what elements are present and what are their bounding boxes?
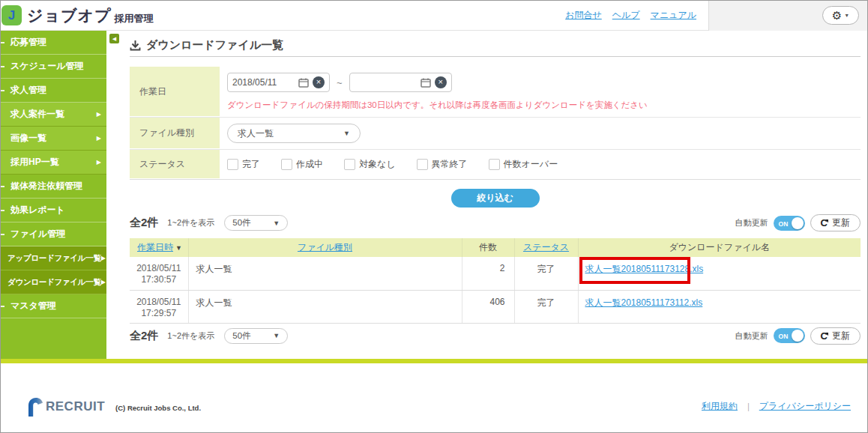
- sidebar-item-job-management[interactable]: 求人管理: [1, 79, 106, 103]
- column-header-type: ファイル種別: [188, 238, 462, 257]
- download-file-link[interactable]: 求人一覧20180511173128.xls: [585, 264, 704, 274]
- total-count: 全2件: [130, 216, 158, 230]
- sidebar-item-label: マスタ管理: [10, 300, 56, 312]
- sidebar-item-label: 求人案件一覧: [10, 108, 64, 121]
- collapse-arrow-icon: ◀: [112, 36, 116, 42]
- per-page-select[interactable]: 50件 ▼: [224, 328, 288, 344]
- sidebar-item-master-management[interactable]: マスタ管理: [1, 294, 106, 318]
- date-range-separator: ~: [337, 77, 343, 88]
- filter-submit-button[interactable]: 絞り込む: [451, 189, 540, 208]
- privacy-policy-link[interactable]: プライバシーポリシー: [759, 400, 851, 413]
- calendar-icon[interactable]: [298, 78, 309, 88]
- table-row: 2018/05/1117:29:57 求人一覧 406 完了 求人一覧20180…: [130, 290, 861, 323]
- download-file-link[interactable]: 求人一覧20180511173112.xls: [585, 297, 703, 308]
- sort-date-link[interactable]: 作業日時: [137, 242, 173, 252]
- status-option-creating[interactable]: 作成中: [281, 158, 323, 171]
- work-date-label: 作業日: [130, 67, 220, 117]
- status-option-no-target[interactable]: 対象なし: [344, 158, 396, 171]
- manual-link[interactable]: マニュアル: [651, 9, 696, 22]
- date-to-input[interactable]: ×: [349, 73, 452, 92]
- calendar-icon[interactable]: [421, 78, 431, 88]
- refresh-button[interactable]: C 更新: [810, 214, 861, 231]
- footer-inner: RECRUIT (C) Recruit Jobs Co., Ltd. 利用規約 …: [1, 363, 867, 433]
- app-logo[interactable]: J ジョブオプ 採用管理: [1, 5, 153, 26]
- submenu-arrow-icon: ▶: [97, 135, 101, 142]
- row-date: 2018/05/11: [130, 263, 188, 274]
- table-header-row: 作業日時▼ ファイル種別 件数 ステータス ダウンロードファイル名: [130, 238, 861, 257]
- cell-type: 求人一覧: [188, 290, 462, 323]
- filter-panel: 作業日 2018/05/11 × ~: [130, 67, 861, 180]
- sidebar-item-applications[interactable]: 応募管理: [1, 31, 106, 55]
- footer-links: 利用規約 ｜ プライバシーポリシー: [702, 400, 851, 413]
- per-page-select[interactable]: 50件 ▼: [224, 215, 288, 231]
- sort-status-link[interactable]: ステータス: [523, 242, 569, 252]
- sidebar-item-file-management[interactable]: ファイル管理: [1, 222, 106, 246]
- toggle-state-text: ON: [779, 333, 789, 340]
- status-option-count-over[interactable]: 件数オーバー: [489, 158, 558, 171]
- filter-row-status: ステータス 完了 作成中 対象なし 異常終了 件数オーバー: [130, 150, 861, 179]
- auto-refresh-label: 自動更新: [735, 330, 768, 342]
- page-title: ダウンロードファイル一覧: [146, 38, 283, 52]
- sidebar-item-label: 効果レポート: [10, 204, 65, 216]
- sidebar-item-label: 採用HP一覧: [10, 156, 59, 169]
- submenu-arrow-icon: ▶: [97, 159, 101, 166]
- sidebar-item-download-file-list[interactable]: ダウンロードファイル一覧▶: [1, 270, 106, 294]
- cell-date: 2018/05/1117:30:57: [130, 257, 188, 290]
- app-logo-icon: J: [1, 5, 22, 25]
- refresh-button-label: 更新: [832, 330, 850, 342]
- refresh-controls: 自動更新 ON C 更新: [735, 327, 861, 345]
- sidebar-item-label: スケジュール管理: [10, 60, 83, 73]
- status-option-done[interactable]: 完了: [227, 158, 260, 171]
- sidebar-item-job-list[interactable]: 求人案件一覧▶: [1, 103, 106, 127]
- cell-date: 2018/05/1117:29:57: [130, 290, 188, 323]
- footer-link-separator: ｜: [744, 401, 753, 412]
- cell-count: 406: [462, 290, 514, 323]
- sidebar-item-recruit-hp-list[interactable]: 採用HP一覧▶: [1, 151, 106, 175]
- table-row: 2018/05/1117:30:57 求人一覧 2 完了 求人一覧2018051…: [130, 257, 861, 290]
- download-icon: [130, 40, 141, 51]
- status-checkboxes: 完了 作成中 対象なし 異常終了 件数オーバー: [227, 156, 861, 173]
- submenu-arrow-icon: ▶: [97, 111, 101, 118]
- auto-refresh-toggle[interactable]: ON: [774, 216, 805, 231]
- contact-link[interactable]: お問合せ: [565, 9, 602, 22]
- file-type-select[interactable]: 求人一覧 ▼: [227, 124, 361, 143]
- status-content: 完了 作成中 対象なし 異常終了 件数オーバー: [220, 150, 861, 179]
- checkbox[interactable]: [489, 159, 500, 170]
- sidebar-collapse-button[interactable]: ◀: [109, 34, 119, 43]
- sidebar-item-effect-report[interactable]: 効果レポート: [1, 199, 106, 222]
- checkbox[interactable]: [417, 159, 428, 170]
- retention-note: ダウンロードファイルの保持期間は30日以内です。それ以降は再度各画面よりダウンロ…: [227, 100, 861, 111]
- refresh-button-label: 更新: [832, 216, 850, 229]
- help-link[interactable]: ヘルプ: [612, 9, 640, 22]
- app-title: ジョブオプ: [27, 5, 111, 26]
- cell-count: 2: [462, 257, 514, 290]
- cell-status: 完了: [514, 257, 578, 290]
- checkbox-label: 件数オーバー: [504, 158, 558, 171]
- row-time: 17:29:57: [130, 308, 188, 319]
- sidebar-item-label: ファイル管理: [10, 228, 65, 240]
- sidebar-item-media-order[interactable]: 媒体発注依頼管理: [1, 175, 106, 199]
- sidebar-item-schedule[interactable]: スケジュール管理: [1, 55, 106, 79]
- date-from-input[interactable]: 2018/05/11 ×: [227, 73, 330, 92]
- sidebar-item-image-list[interactable]: 画像一覧▶: [1, 127, 106, 151]
- settings-button[interactable]: ⚙ ▼: [822, 6, 859, 25]
- submenu-arrow-icon: ▶: [101, 279, 106, 285]
- checkbox-label: 完了: [242, 158, 260, 171]
- checkbox[interactable]: [344, 159, 355, 170]
- clear-date-icon[interactable]: ×: [435, 76, 447, 88]
- main-content: ダウンロードファイル一覧 作業日 2018/05/11 × ~: [130, 31, 861, 345]
- refresh-button[interactable]: C 更新: [810, 327, 861, 345]
- recruit-logo-text: RECRUIT: [46, 399, 105, 414]
- status-option-abnormal-end[interactable]: 異常終了: [417, 158, 468, 171]
- sidebar-item-upload-file-list[interactable]: アップロードファイル一覧▶: [1, 246, 106, 270]
- sidebar-item-label: ダウンロードファイル一覧: [7, 277, 101, 288]
- checkbox-label: 作成中: [296, 158, 323, 171]
- terms-link[interactable]: 利用規約: [702, 400, 738, 413]
- auto-refresh-toggle[interactable]: ON: [774, 328, 805, 343]
- sort-type-link[interactable]: ファイル種別: [298, 242, 352, 252]
- clear-date-icon[interactable]: ×: [313, 76, 325, 88]
- checkbox[interactable]: [227, 159, 238, 170]
- sort-desc-icon: ▼: [175, 244, 182, 252]
- row-date: 2018/05/11: [130, 297, 188, 308]
- checkbox[interactable]: [281, 159, 292, 170]
